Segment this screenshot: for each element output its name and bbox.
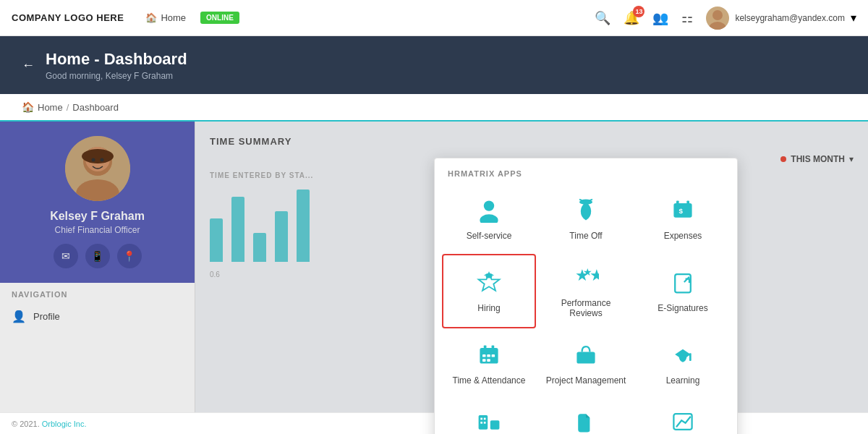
app-item-self-service[interactable]: Self-service — [442, 187, 536, 251]
footer-copyright: © 2021. — [12, 420, 40, 428]
performance-reviews-icon: ★★★ — [573, 264, 599, 294]
app-item-project-management[interactable]: Project Management — [539, 331, 633, 396]
learning-label: Learning — [666, 375, 700, 386]
svg-rect-34 — [480, 418, 482, 420]
svg-rect-16 — [686, 200, 689, 205]
svg-rect-36 — [480, 422, 482, 424]
time-attendance-icon — [476, 341, 502, 371]
breadcrumb-home-icon: 🏠 — [22, 101, 34, 113]
svg-rect-24 — [492, 345, 495, 350]
expenses-icon: $ — [670, 197, 696, 226]
time-off-label: Time Off — [569, 231, 602, 241]
performance-reviews-label: Performance Reviews — [545, 298, 627, 318]
project-management-icon — [573, 341, 599, 371]
svg-rect-32 — [479, 415, 488, 430]
svg-rect-15 — [676, 200, 679, 205]
apps-grid: Self-serviceTime Off$ExpensesHiring★★★Pe… — [442, 187, 730, 434]
svg-rect-18 — [486, 274, 493, 278]
app-item-reports[interactable]: Reports — [636, 399, 730, 434]
svg-text:$: $ — [679, 207, 684, 215]
svg-rect-27 — [492, 354, 495, 357]
svg-point-10 — [480, 214, 498, 223]
breadcrumb: 🏠 Home / Dashboard — [0, 94, 868, 122]
app-item-hiring[interactable]: Hiring — [442, 254, 536, 328]
company-logo: COMPANY LOGO HERE — [12, 12, 124, 23]
users-button[interactable]: 👥 — [652, 10, 668, 26]
back-button[interactable]: ← — [22, 58, 35, 73]
svg-text:★: ★ — [583, 266, 592, 278]
svg-rect-33 — [490, 420, 500, 430]
notifications-button[interactable]: 🔔 13 — [624, 10, 639, 26]
breadcrumb-separator: / — [67, 102, 69, 113]
top-nav-icons: 🔍 🔔 13 👥 ⚏ kelseygraham@yandex.com ▾ — [595, 7, 856, 30]
svg-rect-25 — [482, 354, 486, 357]
svg-rect-37 — [484, 422, 486, 424]
svg-rect-23 — [484, 345, 487, 350]
main-header: ← Home - Dashboard Good morning, Kelsey … — [0, 36, 868, 94]
search-button[interactable]: 🔍 — [595, 10, 610, 26]
svg-rect-28 — [482, 359, 486, 362]
self-service-label: Self-service — [467, 231, 512, 241]
apps-grid-button[interactable]: ⚏ — [681, 10, 693, 26]
user-chevron-icon: ▾ — [851, 11, 856, 25]
top-nav: COMPANY LOGO HERE 🏠 Home ONLINE 🔍 🔔 13 👥… — [0, 0, 868, 36]
notification-count: 13 — [633, 6, 644, 17]
user-avatar-small — [706, 7, 729, 30]
app-item-performance-reviews[interactable]: ★★★Performance Reviews — [539, 254, 633, 328]
user-menu[interactable]: kelseygraham@yandex.com ▾ — [706, 7, 856, 30]
app-item-e-signatures[interactable]: E-Signatures — [636, 254, 730, 328]
svg-rect-31 — [689, 353, 692, 361]
svg-point-0 — [712, 10, 723, 20]
footer-link[interactable]: Orblogic Inc. — [42, 420, 87, 428]
time-attendance-label: Time & Attendance — [453, 375, 526, 386]
header-title-block: Home - Dashboard Good morning, Kelsey F … — [46, 50, 187, 81]
svg-rect-26 — [487, 354, 490, 357]
e-signatures-icon — [670, 269, 696, 299]
home-nav-icon: 🏠 — [145, 12, 157, 23]
breadcrumb-home[interactable]: Home — [38, 102, 63, 113]
time-off-icon — [573, 197, 599, 226]
apps-panel: HRMATRIX APPS Self-serviceTime Off$Expen… — [434, 158, 738, 434]
expenses-label: Expenses — [664, 231, 702, 241]
breadcrumb-current: Dashboard — [72, 102, 119, 113]
svg-rect-30 — [576, 352, 595, 363]
app-item-time-attendance[interactable]: Time & Attendance — [442, 331, 536, 396]
svg-rect-29 — [487, 359, 490, 362]
apps-panel-title: HRMATRIX APPS — [442, 169, 730, 187]
hiring-label: Hiring — [477, 303, 500, 313]
app-item-time-off[interactable]: Time Off — [539, 187, 633, 251]
reports-icon — [670, 409, 696, 434]
app-item-organization[interactable]: Organization — [442, 399, 536, 434]
app-item-learning[interactable]: Learning — [636, 331, 730, 396]
e-signatures-label: E-Signatures — [658, 303, 707, 313]
organization-icon — [476, 409, 502, 434]
svg-rect-35 — [484, 418, 486, 420]
nav-home-link[interactable]: 🏠 Home — [145, 12, 186, 23]
app-item-files[interactable]: Files — [539, 399, 633, 434]
files-icon — [573, 409, 599, 434]
learning-icon — [670, 341, 696, 371]
home-nav-label: Home — [161, 12, 186, 23]
header-subtitle: Good morning, Kelsey F Graham — [46, 71, 187, 81]
svg-point-9 — [484, 200, 494, 210]
project-management-label: Project Management — [546, 375, 626, 386]
svg-point-1 — [709, 22, 726, 30]
self-service-icon — [476, 197, 502, 226]
hiring-icon — [476, 269, 502, 299]
online-badge: ONLINE — [200, 12, 239, 24]
app-item-expenses[interactable]: $Expenses — [636, 187, 730, 251]
user-email-label: kelseygraham@yandex.com — [735, 13, 845, 23]
page-title: Home - Dashboard — [46, 50, 187, 69]
